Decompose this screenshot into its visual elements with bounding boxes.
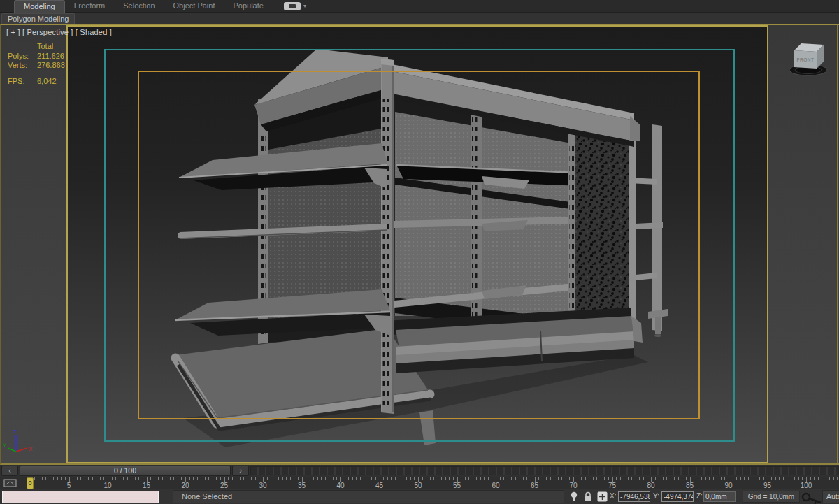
viewport-statistics: Total Polys: 211.626 Verts: 276.868 FPS:… bbox=[8, 42, 65, 86]
current-frame-marker[interactable]: 0 bbox=[27, 477, 34, 489]
stats-verts-label: Verts: bbox=[8, 61, 30, 70]
svg-text:Z: Z bbox=[13, 429, 17, 435]
ribbon-panel-row: Polygon Modeling bbox=[0, 13, 839, 24]
viewport-area: [ + ] [ Perspective ] [ Shaded ] Total P… bbox=[0, 24, 839, 465]
x-coordinate-label: X: bbox=[610, 492, 616, 500]
selection-lock-icon[interactable] bbox=[583, 491, 593, 503]
tab-selection[interactable]: Selection bbox=[114, 0, 164, 12]
prompt-line: None Selected bbox=[173, 490, 564, 503]
next-frame-button[interactable]: › bbox=[232, 466, 249, 476]
z-coordinate-label: Z: bbox=[696, 492, 703, 500]
tab-freeform[interactable]: Freeform bbox=[65, 0, 115, 12]
tab-populate[interactable]: Populate bbox=[224, 0, 272, 12]
time-slider: ‹ 0 / 100 › bbox=[0, 465, 839, 477]
maxscript-mini-listener[interactable] bbox=[2, 491, 159, 503]
set-key-icon[interactable] bbox=[801, 491, 825, 504]
tab-object-paint[interactable]: Object Paint bbox=[164, 0, 224, 12]
3dsmax-window: Modeling Freeform Selection Object Paint… bbox=[0, 0, 839, 504]
z-coordinate-field[interactable]: 0,0mm bbox=[703, 491, 736, 502]
stats-polys-value: 211.626 bbox=[37, 52, 64, 61]
grid-spacing-display: Grid = 10,0mm bbox=[743, 491, 800, 503]
y-coordinate-label: Y: bbox=[653, 492, 659, 500]
display-toggle-icon bbox=[284, 2, 301, 10]
time-slider-track[interactable] bbox=[250, 466, 839, 475]
stats-total-label: Total bbox=[37, 42, 65, 51]
tab-modeling[interactable]: Modeling bbox=[14, 0, 65, 13]
stats-fps-label: FPS: bbox=[8, 77, 30, 86]
stats-verts-value: 276.868 bbox=[37, 61, 65, 70]
stats-polys-label: Polys: bbox=[8, 52, 30, 61]
stats-fps-value: 6,042 bbox=[37, 77, 57, 86]
viewport-divider-line bbox=[837, 25, 838, 463]
ribbon-tabbar: Modeling Freeform Selection Object Paint… bbox=[0, 0, 839, 13]
y-coordinate-field[interactable]: -4974,374mm bbox=[661, 491, 694, 502]
polygon-modeling-panel-tab[interactable]: Polygon Modeling bbox=[1, 13, 75, 24]
svg-text:FRONT: FRONT bbox=[797, 57, 815, 62]
chevron-down-icon: ▾ bbox=[303, 3, 306, 9]
world-axis-tripod-icon: Z X Y bbox=[2, 426, 36, 460]
viewcube[interactable]: FRONT bbox=[785, 38, 833, 80]
previous-frame-button[interactable]: ‹ bbox=[1, 466, 18, 476]
time-slider-handle[interactable]: 0 / 100 bbox=[20, 466, 231, 476]
auto-key-button[interactable]: Auto Key bbox=[822, 490, 839, 503]
x-coordinate-field[interactable]: -7946,538mm bbox=[618, 491, 650, 502]
status-bar: None Selected X: -7946,538mm Y: -4974,37… bbox=[0, 489, 839, 504]
perspective-viewport[interactable] bbox=[66, 25, 768, 463]
ribbon-display-toggle-button[interactable]: ▾ bbox=[284, 2, 306, 10]
absolute-mode-transform-icon[interactable] bbox=[597, 491, 608, 503]
svg-text:X: X bbox=[29, 446, 33, 452]
isolate-selection-icon[interactable] bbox=[569, 491, 579, 503]
shelf-3d-model bbox=[68, 27, 767, 462]
svg-text:Y: Y bbox=[3, 442, 7, 448]
mini-curve-editor-icon[interactable] bbox=[3, 479, 17, 488]
timeline-ruler[interactable]: 5101520253035404550556065707580859095100… bbox=[0, 477, 839, 489]
viewport-label[interactable]: [ + ] [ Perspective ] [ Shaded ] bbox=[6, 28, 112, 36]
